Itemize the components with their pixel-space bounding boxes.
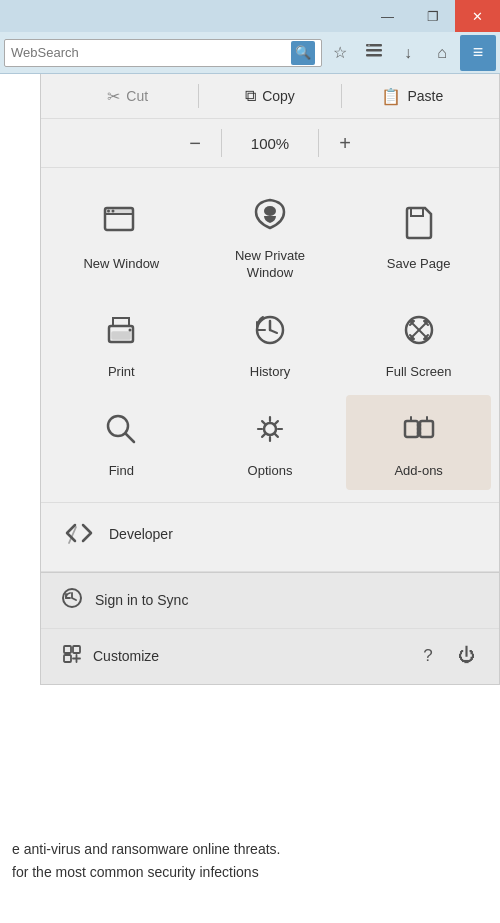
svg-line-15 xyxy=(270,330,277,333)
copy-label: Copy xyxy=(262,88,295,104)
minimize-button[interactable]: — xyxy=(365,0,410,32)
print-label: Print xyxy=(108,364,135,381)
menu-panel: ✂ Cut ⧉ Copy 📋 Paste − 100% + xyxy=(40,74,500,685)
menu-icon-grid: New Window New PrivateWindow Save Pag xyxy=(41,168,499,503)
cut-label: Cut xyxy=(126,88,148,104)
developer-label: Developer xyxy=(109,525,173,543)
search-input[interactable] xyxy=(11,45,287,60)
svg-rect-28 xyxy=(64,646,71,653)
sync-icon xyxy=(61,587,83,614)
zoom-in-button[interactable]: + xyxy=(327,127,363,159)
paste-label: Paste xyxy=(407,88,443,104)
search-button[interactable]: 🔍 xyxy=(291,41,315,65)
svg-rect-11 xyxy=(112,332,130,339)
svg-rect-30 xyxy=(64,655,71,662)
find-label: Find xyxy=(109,463,134,480)
customize-item[interactable]: Customize xyxy=(57,639,403,674)
zoom-row: − 100% + xyxy=(41,119,499,168)
download-button[interactable]: ↓ xyxy=(392,37,424,69)
svg-point-8 xyxy=(112,210,115,213)
developer-icon xyxy=(61,515,97,555)
svg-rect-25 xyxy=(420,421,433,437)
add-ons-icon xyxy=(397,407,441,455)
svg-point-9 xyxy=(264,206,276,216)
svg-rect-29 xyxy=(73,646,80,653)
find-item[interactable]: Find xyxy=(49,395,194,490)
customize-row: Customize ? ⏻ xyxy=(41,629,499,684)
cut-icon: ✂ xyxy=(107,87,120,106)
zoom-value: 100% xyxy=(230,135,310,152)
page-text-line1: e anti-virus and ransomware online threa… xyxy=(12,838,488,860)
svg-rect-2 xyxy=(366,54,382,57)
options-icon xyxy=(248,407,292,455)
browser-toolbar: 🔍 ☆ ↓ ⌂ ≡ xyxy=(0,32,500,74)
search-bar: 🔍 xyxy=(4,39,322,67)
zoom-divider xyxy=(221,129,222,157)
power-button[interactable]: ⏻ xyxy=(449,639,483,673)
home-button[interactable]: ⌂ xyxy=(426,37,458,69)
page-text-line2: for the most common security infections xyxy=(12,861,488,883)
bookmarks-list-button[interactable] xyxy=(358,37,390,69)
save-page-item[interactable]: Save Page xyxy=(346,180,491,292)
new-window-item[interactable]: New Window xyxy=(49,180,194,292)
search-icon: 🔍 xyxy=(295,45,311,60)
svg-point-7 xyxy=(107,210,110,213)
power-icon: ⏻ xyxy=(458,646,475,666)
bookmarks-list-icon xyxy=(365,43,383,63)
print-icon xyxy=(99,308,143,356)
menu-icon: ≡ xyxy=(473,42,484,63)
home-icon: ⌂ xyxy=(437,44,447,62)
bottom-actions: Sign in to Sync Customize ? xyxy=(41,572,499,684)
page-text: e anti-virus and ransomware online threa… xyxy=(0,838,500,883)
svg-point-12 xyxy=(129,328,132,331)
help-icon: ? xyxy=(423,646,432,666)
titlebar: — ❐ ✕ xyxy=(0,0,500,32)
add-ons-label: Add-ons xyxy=(394,463,442,480)
save-page-label: Save Page xyxy=(387,256,451,273)
new-window-label: New Window xyxy=(83,256,159,273)
svg-point-23 xyxy=(264,423,276,435)
developer-item[interactable]: Developer xyxy=(49,507,491,563)
cut-item: ✂ Cut xyxy=(57,87,198,106)
restore-button[interactable]: ❐ xyxy=(410,0,455,32)
paste-icon: 📋 xyxy=(381,87,401,106)
full-screen-label: Full Screen xyxy=(386,364,452,381)
find-icon xyxy=(99,407,143,455)
svg-line-22 xyxy=(126,433,135,442)
help-button[interactable]: ? xyxy=(411,639,445,673)
svg-rect-24 xyxy=(405,421,418,437)
copy-item[interactable]: ⧉ Copy xyxy=(199,87,340,105)
new-window-icon xyxy=(99,200,143,248)
new-private-window-item[interactable]: New PrivateWindow xyxy=(198,180,343,292)
options-label: Options xyxy=(248,463,293,480)
add-ons-item[interactable]: Add-ons xyxy=(346,395,491,490)
full-screen-icon xyxy=(397,308,441,356)
svg-rect-1 xyxy=(366,49,382,52)
close-button[interactable]: ✕ xyxy=(455,0,500,32)
zoom-divider-2 xyxy=(318,129,319,157)
sign-in-item[interactable]: Sign in to Sync xyxy=(41,573,499,629)
new-private-window-label: New PrivateWindow xyxy=(235,248,305,282)
history-icon xyxy=(248,308,292,356)
history-label: History xyxy=(250,364,290,381)
sign-in-label: Sign in to Sync xyxy=(95,592,188,608)
menu-button[interactable]: ≡ xyxy=(460,35,496,71)
full-screen-item[interactable]: Full Screen xyxy=(346,296,491,391)
svg-rect-3 xyxy=(368,44,370,46)
customize-icon xyxy=(61,643,83,670)
zoom-out-button[interactable]: − xyxy=(177,127,213,159)
copy-icon: ⧉ xyxy=(245,87,256,105)
paste-item[interactable]: 📋 Paste xyxy=(342,87,483,106)
save-page-icon xyxy=(397,200,441,248)
history-item[interactable]: History xyxy=(198,296,343,391)
print-item[interactable]: Print xyxy=(49,296,194,391)
options-item[interactable]: Options xyxy=(198,395,343,490)
bottom-right-icons: ? ⏻ xyxy=(411,639,483,673)
customize-label: Customize xyxy=(93,648,159,664)
bookmark-icon: ☆ xyxy=(333,43,347,62)
download-icon: ↓ xyxy=(404,44,412,62)
bookmark-button[interactable]: ☆ xyxy=(324,37,356,69)
new-private-window-icon xyxy=(248,192,292,240)
edit-row: ✂ Cut ⧉ Copy 📋 Paste xyxy=(41,74,499,119)
